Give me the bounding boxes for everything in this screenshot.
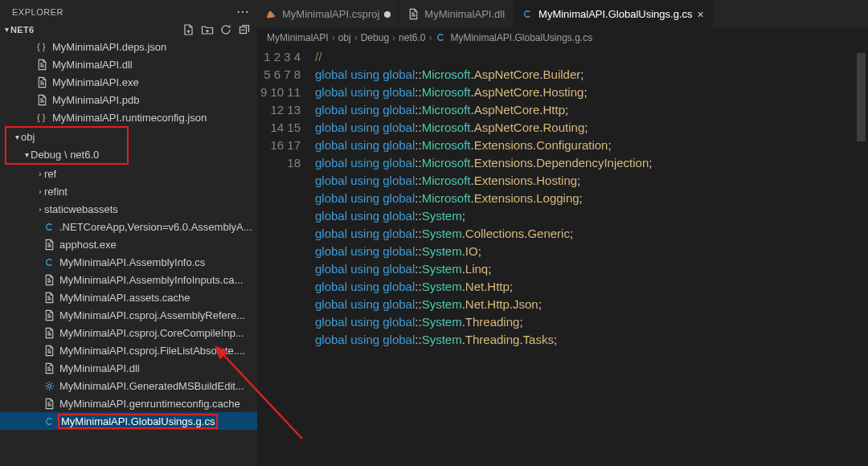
folder-item[interactable]: ▾Debug \ net6.0 xyxy=(6,145,127,163)
file-icon xyxy=(35,93,48,106)
node-label: .NETCoreApp,Version=v6.0.AssemblyA... xyxy=(59,221,252,233)
dirty-indicator xyxy=(384,11,391,18)
breadcrumb-separator: › xyxy=(428,32,432,43)
new-file-icon[interactable] xyxy=(182,22,195,36)
tab-label: MyMinimalAPI.dll xyxy=(424,8,505,20)
breadcrumb-segment[interactable]: obj xyxy=(338,32,351,43)
node-label: MyMinimalAPI.csproj.FileListAbsolute.... xyxy=(59,345,245,357)
brace-icon: { } xyxy=(35,111,48,124)
file-icon xyxy=(43,291,55,304)
chevron-right-icon[interactable]: › xyxy=(36,187,44,196)
file-item[interactable]: MyMinimalAPI.csproj.AssemblyRefere... xyxy=(0,306,257,324)
file-icon xyxy=(35,58,48,71)
project-name[interactable]: NET6 xyxy=(10,25,34,35)
node-label: MyMinimalAPI.pdb xyxy=(52,94,139,106)
cs-icon xyxy=(43,220,55,233)
cs-icon xyxy=(522,8,534,20)
node-label: staticwebassets xyxy=(44,203,118,215)
folder-item[interactable]: ›refint xyxy=(0,182,257,200)
file-icon xyxy=(43,344,55,357)
file-item[interactable]: .NETCoreApp,Version=v6.0.AssemblyA... xyxy=(0,218,257,235)
file-item[interactable]: MyMinimalAPI.GeneratedMSBuildEdit... xyxy=(0,377,257,394)
file-icon xyxy=(43,397,55,410)
breadcrumb-segment[interactable]: MyMinimalAPI.GlobalUsings.g.cs xyxy=(450,32,592,43)
chevron-down-icon[interactable]: ▾ xyxy=(5,25,9,34)
file-icon xyxy=(43,326,55,339)
file-item[interactable]: MyMinimalAPI.dll xyxy=(0,359,257,377)
node-label: Debug \ net6.0 xyxy=(31,149,99,161)
collapse-all-icon[interactable] xyxy=(237,22,251,36)
cs-icon xyxy=(43,415,55,427)
tab-label: MyMinimalAPI.GlobalUsings.g.cs xyxy=(538,8,692,20)
breadcrumb-separator: › xyxy=(354,32,358,43)
breadcrumb-segment[interactable]: net6.0 xyxy=(399,32,425,43)
svg-text:{ }: { } xyxy=(36,42,45,51)
tab-myminimalapi-csproj[interactable]: MyMinimalAPI.csproj xyxy=(257,0,399,28)
file-item[interactable]: apphost.exe xyxy=(0,235,257,253)
file-icon xyxy=(407,8,420,20)
file-item[interactable]: { }MyMinimalAPI.runtimeconfig.json xyxy=(0,108,257,126)
node-label: MyMinimalAPI.GlobalUsings.g.cs xyxy=(58,414,218,429)
folder-item[interactable]: ▾obj xyxy=(6,128,127,145)
node-label: MyMinimalAPI.exe xyxy=(52,76,139,88)
file-item[interactable]: MyMinimalAPI.assets.cache xyxy=(0,288,257,306)
file-icon xyxy=(43,309,55,321)
node-label: MyMinimalAPI.GeneratedMSBuildEdit... xyxy=(59,380,244,392)
node-label: MyMinimalAPI.dll xyxy=(52,59,133,71)
editor-tabs: MyMinimalAPI.csprojMyMinimalAPI.dllMyMin… xyxy=(257,0,868,28)
refresh-icon[interactable] xyxy=(219,22,232,36)
node-label: MyMinimalAPI.genruntimeconfig.cache xyxy=(59,398,240,410)
file-item[interactable]: MyMinimalAPI.csproj.CoreCompileInp... xyxy=(0,324,257,341)
file-item[interactable]: MyMinimalAPI.pdb xyxy=(0,91,257,108)
file-icon xyxy=(43,362,55,374)
cs-icon xyxy=(43,255,55,268)
node-label: MyMinimalAPI.AssemblyInfo.cs xyxy=(59,256,205,268)
file-item[interactable]: MyMinimalAPI.csproj.FileListAbsolute.... xyxy=(0,341,257,359)
node-label: refint xyxy=(44,186,68,198)
code-content[interactable]: // global using global::Microsoft.AspNet… xyxy=(315,48,868,466)
file-icon xyxy=(43,273,55,286)
file-item[interactable]: MyMinimalAPI.dll xyxy=(0,55,257,73)
folder-item[interactable]: ›ref xyxy=(0,165,257,182)
svg-point-3 xyxy=(47,384,51,387)
file-item[interactable]: MyMinimalAPI.GlobalUsings.g.cs xyxy=(0,412,257,430)
file-icon xyxy=(35,76,48,88)
file-item[interactable]: MyMinimalAPI.genruntimeconfig.cache xyxy=(0,394,257,412)
breadcrumb-separator: › xyxy=(392,32,395,43)
brace-icon: { } xyxy=(35,40,48,53)
file-item[interactable]: MyMinimalAPI.exe xyxy=(0,73,257,91)
chevron-down-icon[interactable]: ▾ xyxy=(13,133,21,141)
breadcrumb-segment[interactable]: Debug xyxy=(361,32,389,43)
node-label: MyMinimalAPI.csproj.AssemblyRefere... xyxy=(59,309,245,321)
node-label: ref xyxy=(44,168,56,180)
node-label: MyMinimalAPI.deps.json xyxy=(52,41,166,53)
line-number-gutter: 1 2 3 4 5 6 7 8 9 10 11 12 13 14 15 16 1… xyxy=(257,48,315,466)
chevron-right-icon[interactable]: › xyxy=(36,170,44,178)
node-label: MyMinimalAPI.csproj.CoreCompileInp... xyxy=(59,327,244,339)
sidebar-title: EXPLORER xyxy=(12,7,63,17)
sidebar-explorer: EXPLORER ⋯ ▾ NET6 { }MyMinimalAPI.deps.j… xyxy=(0,0,257,466)
svg-text:{ }: { } xyxy=(36,112,45,122)
tab-myminimalapi-dll[interactable]: MyMinimalAPI.dll xyxy=(399,0,514,28)
code-editor[interactable]: 1 2 3 4 5 6 7 8 9 10 11 12 13 14 15 16 1… xyxy=(257,47,868,466)
vertical-scrollbar[interactable] xyxy=(857,53,866,141)
chevron-down-icon[interactable]: ▾ xyxy=(23,150,31,159)
chevron-right-icon[interactable]: › xyxy=(36,205,44,214)
cs-icon xyxy=(435,31,447,43)
sidebar-more-icon[interactable]: ⋯ xyxy=(236,4,249,19)
tab-myminimalapi-globalusings-g-cs[interactable]: MyMinimalAPI.GlobalUsings.g.cs× xyxy=(514,0,713,28)
file-icon xyxy=(43,238,55,251)
new-folder-icon[interactable] xyxy=(200,22,214,36)
breadcrumb[interactable]: MyMinimalAPI›obj›Debug›net6.0›MyMinimalA… xyxy=(257,28,868,47)
gear-icon xyxy=(43,379,55,392)
file-item[interactable]: MyMinimalAPI.AssemblyInfoInputs.ca... xyxy=(0,271,257,288)
node-label: MyMinimalAPI.runtimeconfig.json xyxy=(52,112,207,124)
file-item[interactable]: MyMinimalAPI.AssemblyInfo.cs xyxy=(0,253,257,271)
file-item[interactable]: { }MyMinimalAPI.deps.json xyxy=(0,38,257,55)
xml-icon xyxy=(265,8,277,20)
node-label: MyMinimalAPI.assets.cache xyxy=(59,292,190,304)
node-label: MyMinimalAPI.dll xyxy=(59,362,140,374)
close-icon[interactable]: × xyxy=(698,8,704,21)
breadcrumb-segment[interactable]: MyMinimalAPI xyxy=(267,32,329,43)
folder-item[interactable]: ›staticwebassets xyxy=(0,200,257,218)
